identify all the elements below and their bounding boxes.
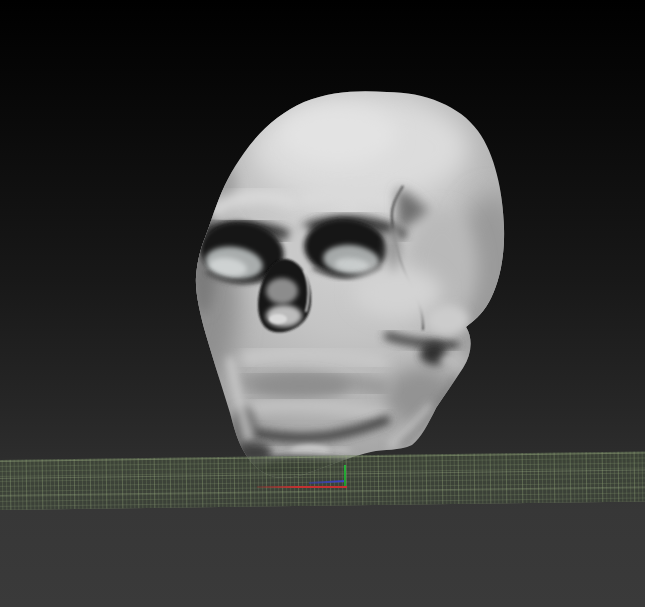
cheek-highlight — [354, 266, 442, 318]
maxilla-dark-patch — [250, 374, 350, 398]
cheekbone-bump-highlight — [427, 305, 469, 335]
nasal-lower-bright — [269, 314, 287, 324]
skull-model[interactable] — [0, 0, 645, 607]
maxilla-band-light-1 — [248, 354, 380, 362]
dome-highlight-core — [280, 105, 396, 165]
nasal-inner-wall — [266, 278, 298, 304]
floor-grid — [0, 451, 645, 510]
ear-bump-highlight — [440, 353, 464, 369]
3d-viewport[interactable] — [0, 0, 645, 607]
